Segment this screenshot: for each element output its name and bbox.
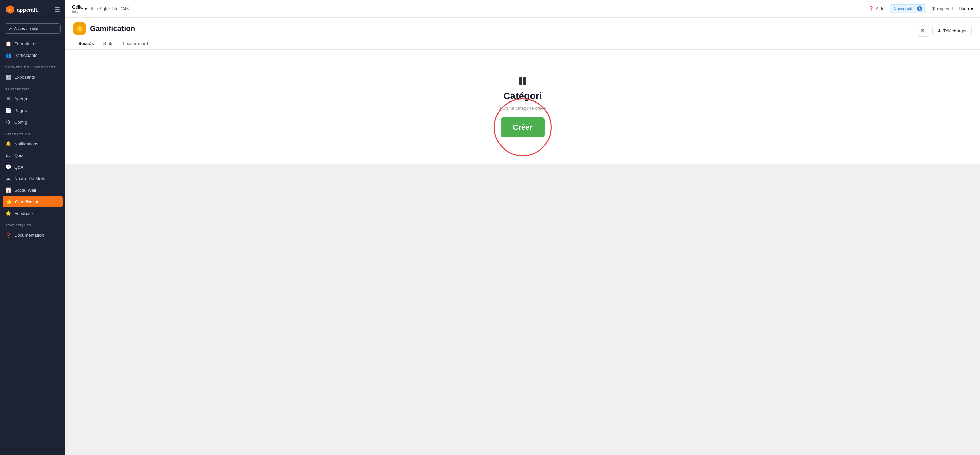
sidebar-item-label: Quiz	[14, 153, 24, 158]
sidebar-item-label: Nuage De Mots	[14, 176, 45, 181]
sidebar-item-label: Notifications	[14, 141, 38, 147]
sidebar-logo: a appcraft. ☰	[0, 0, 65, 19]
qa-icon: 💬	[5, 164, 11, 169]
notifications-icon: 🔔	[5, 141, 11, 147]
sidebar-item-socialwall[interactable]: 📊 Social Wall	[0, 184, 65, 196]
topbar-left: Célia test ▾ # TuSgkvT3frHC46	[72, 5, 863, 13]
logo: a appcraft.	[5, 5, 38, 14]
sidebar-item-gamification[interactable]: ⭐ Gamification	[3, 196, 63, 208]
sidebar-item-label: Aperçu	[14, 96, 28, 102]
settings-button[interactable]: ⚙	[917, 24, 929, 37]
sidebar-item-label: Pages	[14, 108, 27, 113]
participants-icon: 👥	[5, 53, 11, 58]
topbar-right: ❓ Aide Nouveautés 5 ⊞ appcraft Hugo ▾	[869, 5, 973, 13]
sidebar-section-main: 📋 Formulaires 👥 Participants	[0, 38, 65, 61]
section-label-donnees: DONNÉES DE L'ÉVÉNEMENT	[0, 61, 65, 71]
page-title-row: ⭐ Gamification	[73, 22, 153, 35]
sidebar-section-interaction: INTERACTION 🔔 Notifications 🗂 Quiz 💬 Q&A…	[0, 128, 65, 219]
user-info: Célia test	[72, 5, 83, 13]
bar-1	[519, 77, 522, 85]
appcraft-logo-icon: a	[5, 5, 15, 14]
sidebar-item-config[interactable]: ⚙ Config	[0, 116, 65, 128]
nouveautes-label: Nouveautés	[894, 6, 915, 11]
chevron-down-icon: ▾	[85, 6, 87, 11]
sidebar-item-label: Feedback	[14, 211, 34, 216]
sidebar-item-label: Exposants	[14, 75, 35, 80]
sidebar-item-label: Social Wall	[14, 188, 36, 193]
socialwall-icon: 📊	[5, 187, 11, 193]
sidebar: a appcraft. ☰ ↗ Accès au site 📋 Formulai…	[0, 0, 65, 455]
sidebar-item-notifications[interactable]: 🔔 Notifications	[0, 138, 65, 150]
sidebar-item-participants[interactable]: 👥 Participants	[0, 49, 65, 61]
section-label-plateforme: PLATEFORME	[0, 83, 65, 93]
gamification-icon: ⭐	[6, 199, 11, 204]
formulaires-icon: 📋	[5, 41, 11, 46]
nuage-icon: ☁	[5, 176, 11, 181]
nouveautes-badge: 5	[917, 6, 923, 11]
section-label-statistiques: STATISTIQUES	[0, 219, 65, 229]
sidebar-section-donnees: DONNÉES DE L'ÉVÉNEMENT 🏢 Exposants	[0, 61, 65, 83]
category-label: Catégori	[503, 91, 542, 102]
logo-text: appcraft.	[17, 7, 38, 13]
sidebar-item-quiz[interactable]: 🗂 Quiz	[0, 150, 65, 161]
tab-succes[interactable]: Succès	[73, 38, 99, 49]
exposants-icon: 🏢	[5, 74, 11, 80]
tab-stats[interactable]: Stats	[99, 38, 118, 49]
sidebar-item-feedback[interactable]: ⭐ Feedback	[0, 208, 65, 219]
main-content: Célia test ▾ # TuSgkvT3frHC46 ❓ Aide Nou…	[65, 0, 980, 455]
category-bars-icon	[519, 77, 526, 85]
grid-icon: ⊞	[932, 6, 935, 11]
content-inner: Catégori Aucune catégorie créée Créer	[65, 50, 980, 164]
sidebar-section-plateforme: PLATEFORME 🖥 Aperçu 📄 Pages ⚙ Config	[0, 83, 65, 128]
sidebar-item-label: Participants	[14, 53, 37, 58]
section-label-interaction: INTERACTION	[0, 128, 65, 138]
appcraft-link[interactable]: ⊞ appcraft	[932, 6, 953, 11]
user-avatar[interactable]: Hugo ▾	[959, 6, 973, 11]
menu-toggle-icon[interactable]: ☰	[54, 6, 60, 13]
quiz-icon: 🗂	[5, 153, 11, 158]
sidebar-item-nuage[interactable]: ☁ Nuage De Mots	[0, 172, 65, 184]
user-chevron-icon: ▾	[971, 6, 973, 11]
event-hash: # TuSgkvT3frHC46	[91, 6, 129, 11]
sidebar-item-exposants[interactable]: 🏢 Exposants	[0, 71, 65, 83]
help-icon: ❓	[869, 6, 874, 11]
sidebar-section-statistiques: STATISTIQUES ❓ Documentation	[0, 219, 65, 241]
content-area: Catégori Aucune catégorie créée Créer	[65, 50, 980, 455]
topbar: Célia test ▾ # TuSgkvT3frHC46 ❓ Aide Nou…	[65, 0, 980, 18]
sidebar-item-pages[interactable]: 📄 Pages	[0, 105, 65, 116]
hash-symbol: #	[91, 6, 93, 11]
svg-text:a: a	[9, 7, 11, 12]
sidebar-item-documentation[interactable]: ❓ Documentation	[0, 229, 65, 241]
category-area: Catégori Aucune catégorie créée Créer	[499, 77, 546, 137]
documentation-icon: ❓	[5, 232, 11, 238]
help-button[interactable]: ❓ Aide	[869, 6, 885, 11]
apercu-icon: 🖥	[5, 96, 11, 102]
user-sub: test	[72, 10, 83, 13]
sidebar-item-qa[interactable]: 💬 Q&A	[0, 161, 65, 172]
page-icon: ⭐	[73, 22, 86, 35]
event-id: TuSgkvT3frHC46	[95, 6, 129, 11]
category-sub: Aucune catégorie créée	[499, 105, 546, 111]
pages-icon: 📄	[5, 108, 11, 113]
page-tabs: Succès Stats Leaderboard	[73, 38, 153, 49]
nouveautes-button[interactable]: Nouveautés 5	[890, 5, 926, 13]
download-button[interactable]: ⬇ Télécharger	[932, 26, 972, 36]
gear-icon: ⚙	[920, 27, 925, 34]
sidebar-item-formulaires[interactable]: 📋 Formulaires	[0, 38, 65, 49]
page-header: ⭐ Gamification Succès Stats Leaderboard …	[65, 18, 980, 50]
sidebar-item-label: Config	[14, 120, 27, 125]
sidebar-item-apercu[interactable]: 🖥 Aperçu	[0, 93, 65, 105]
star-icon: ⭐	[76, 25, 83, 32]
user-selector[interactable]: Célia test ▾	[72, 5, 87, 13]
user-name: Célia	[72, 5, 83, 10]
tab-leaderboard[interactable]: Leaderboard	[118, 38, 153, 49]
page-actions: ⚙ ⬇ Télécharger	[917, 22, 972, 37]
page-title-area: ⭐ Gamification Succès Stats Leaderboard	[73, 22, 153, 49]
feedback-icon: ⭐	[5, 211, 11, 216]
create-button[interactable]: Créer	[501, 118, 544, 137]
access-site-button[interactable]: ↗ Accès au site	[5, 24, 60, 34]
external-link-icon: ↗	[8, 26, 12, 31]
sidebar-item-label: Documentation	[14, 233, 44, 238]
bar-2	[523, 77, 526, 85]
download-icon: ⬇	[937, 28, 941, 34]
